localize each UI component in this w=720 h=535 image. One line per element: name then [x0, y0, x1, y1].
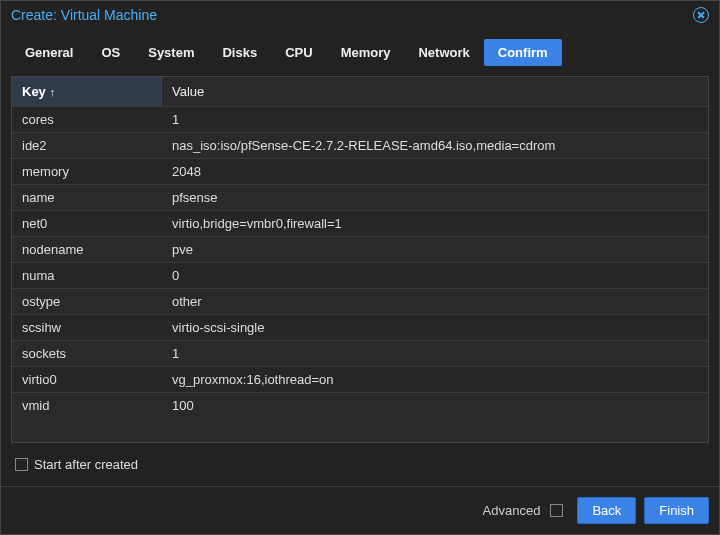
- table-row[interactable]: memory2048: [12, 158, 708, 184]
- cell-key: net0: [12, 211, 162, 236]
- tab-network[interactable]: Network: [404, 39, 483, 66]
- start-after-created-checkbox[interactable]: [15, 458, 28, 471]
- wizard-footer: Advanced Back Finish: [1, 486, 719, 534]
- table-row[interactable]: ostypeother: [12, 288, 708, 314]
- cell-key: ostype: [12, 289, 162, 314]
- finish-button[interactable]: Finish: [644, 497, 709, 524]
- grid-header-value[interactable]: Value: [162, 77, 708, 106]
- grid-header: Key ↑ Value: [12, 77, 708, 106]
- table-row[interactable]: nodenamepve: [12, 236, 708, 262]
- cell-key: cores: [12, 107, 162, 132]
- cell-key: scsihw: [12, 315, 162, 340]
- cell-key: ide2: [12, 133, 162, 158]
- sort-asc-icon: ↑: [50, 86, 56, 98]
- cell-key: nodename: [12, 237, 162, 262]
- cell-value: other: [162, 289, 708, 314]
- grid-body: cores1ide2nas_iso:iso/pfSense-CE-2.7.2-R…: [12, 106, 708, 442]
- confirm-panel: Key ↑ Value cores1ide2nas_iso:iso/pfSens…: [1, 66, 719, 486]
- cell-key: name: [12, 185, 162, 210]
- tab-os[interactable]: OS: [87, 39, 134, 66]
- table-row[interactable]: scsihwvirtio-scsi-single: [12, 314, 708, 340]
- titlebar: Create: Virtual Machine: [1, 1, 719, 29]
- table-row[interactable]: numa0: [12, 262, 708, 288]
- table-row[interactable]: ide2nas_iso:iso/pfSense-CE-2.7.2-RELEASE…: [12, 132, 708, 158]
- cell-value: vg_proxmox:16,iothread=on: [162, 367, 708, 392]
- grid-header-key-label: Key: [22, 84, 46, 99]
- table-row[interactable]: namepfsense: [12, 184, 708, 210]
- table-row[interactable]: cores1: [12, 106, 708, 132]
- create-vm-wizard: Create: Virtual Machine General OS Syste…: [0, 0, 720, 535]
- tab-system[interactable]: System: [134, 39, 208, 66]
- tab-general[interactable]: General: [11, 39, 87, 66]
- table-row[interactable]: virtio0vg_proxmox:16,iothread=on: [12, 366, 708, 392]
- wizard-tabs: General OS System Disks CPU Memory Netwo…: [1, 29, 719, 66]
- cell-key: vmid: [12, 393, 162, 418]
- cell-value: pfsense: [162, 185, 708, 210]
- tab-disks[interactable]: Disks: [208, 39, 271, 66]
- advanced-label[interactable]: Advanced: [483, 503, 541, 518]
- table-row[interactable]: net0virtio,bridge=vmbr0,firewall=1: [12, 210, 708, 236]
- cell-key: numa: [12, 263, 162, 288]
- table-row[interactable]: sockets1: [12, 340, 708, 366]
- cell-value: 1: [162, 341, 708, 366]
- cell-value: pve: [162, 237, 708, 262]
- cell-value: nas_iso:iso/pfSense-CE-2.7.2-RELEASE-amd…: [162, 133, 708, 158]
- cell-value: 2048: [162, 159, 708, 184]
- cell-value: 1: [162, 107, 708, 132]
- cell-value: 0: [162, 263, 708, 288]
- tab-cpu[interactable]: CPU: [271, 39, 326, 66]
- cell-key: virtio0: [12, 367, 162, 392]
- start-after-created-label[interactable]: Start after created: [34, 457, 138, 472]
- tab-confirm[interactable]: Confirm: [484, 39, 562, 66]
- cell-value: 100: [162, 393, 708, 418]
- dialog-title: Create: Virtual Machine: [11, 7, 157, 23]
- advanced-checkbox[interactable]: [550, 504, 563, 517]
- start-after-created-row: Start after created: [11, 443, 709, 476]
- tab-memory[interactable]: Memory: [327, 39, 405, 66]
- close-icon[interactable]: [693, 7, 709, 23]
- summary-grid: Key ↑ Value cores1ide2nas_iso:iso/pfSens…: [11, 76, 709, 443]
- cell-key: memory: [12, 159, 162, 184]
- cell-value: virtio,bridge=vmbr0,firewall=1: [162, 211, 708, 236]
- table-row[interactable]: vmid100: [12, 392, 708, 418]
- grid-header-key[interactable]: Key ↑: [12, 77, 162, 106]
- back-button[interactable]: Back: [577, 497, 636, 524]
- cell-key: sockets: [12, 341, 162, 366]
- cell-value: virtio-scsi-single: [162, 315, 708, 340]
